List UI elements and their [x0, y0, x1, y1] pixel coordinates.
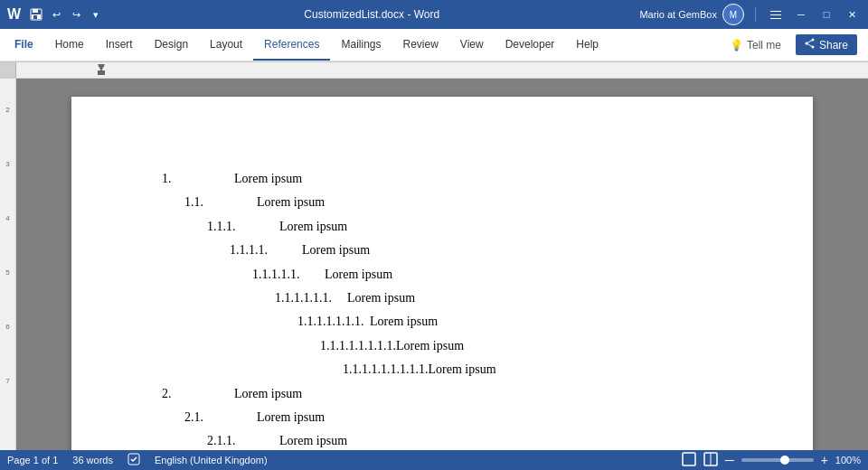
- review-tab-label: Review: [402, 38, 438, 51]
- tab-help[interactable]: Help: [565, 29, 609, 61]
- list-item-label: 1.1.: [184, 193, 257, 212]
- list-item: 1.1.1.1.1.Lorem ipsum: [252, 265, 722, 285]
- document-title: CustomizedList.docx - Word: [104, 8, 639, 21]
- tab-home[interactable]: Home: [44, 29, 95, 61]
- list-item: 1.1.1.1.1.1.Lorem ipsum: [275, 288, 722, 308]
- svg-rect-1: [33, 9, 38, 13]
- title-bar: W ↩ ↪ ▾ CustomizedList.docx - Word Mario…: [0, 0, 868, 29]
- ruler-body: [16, 62, 868, 78]
- vruler-4: 5: [5, 245, 9, 299]
- word-count: 36 words: [72, 455, 113, 465]
- ribbon: File Home Insert Design Layout Reference…: [0, 29, 868, 62]
- zoom-in-btn[interactable]: +: [821, 453, 828, 467]
- document-area: 1.Lorem ipsum1.1.Lorem ipsum1.1.1.Lorem …: [16, 79, 868, 450]
- main-area: 2 3 4 5 6 7 1.Lorem ipsum1.1.Lorem ipsum…: [0, 79, 868, 450]
- view-normal-icon[interactable]: [682, 452, 696, 468]
- window-controls: Mario at GemBox M ─ □ ✕: [639, 4, 861, 25]
- undo-btn[interactable]: ↩: [48, 6, 64, 23]
- track-changes-icon: [127, 453, 140, 467]
- save-quick-btn[interactable]: [28, 6, 44, 23]
- left-margin-marker[interactable]: [98, 70, 105, 75]
- ribbon-tab-bar: File Home Insert Design Layout Reference…: [0, 29, 868, 61]
- list-item-text: Lorem ipsum: [257, 193, 325, 212]
- ribbon-display-btn[interactable]: [767, 5, 785, 24]
- list-item: 1.1.1.Lorem ipsum: [207, 217, 722, 237]
- list-item-label: 1.1.1.: [207, 217, 279, 237]
- list-item: 1.1.1.1.1.1.1.1.Lorem ipsum: [320, 336, 722, 356]
- share-label: Share: [819, 39, 848, 52]
- list-item: 1.Lorem ipsum: [162, 169, 722, 189]
- svg-rect-6: [770, 18, 781, 19]
- list-item-text: Lorem ipsum: [234, 384, 302, 404]
- ruler-corner: [0, 62, 16, 78]
- tab-references[interactable]: References: [253, 29, 330, 61]
- home-tab-label: Home: [55, 38, 84, 51]
- document-page[interactable]: 1.Lorem ipsum1.1.Lorem ipsum1.1.1.Lorem …: [71, 97, 813, 450]
- tab-review[interactable]: Review: [392, 29, 448, 61]
- list-item-text: Lorem ipsum: [234, 169, 302, 189]
- list-item-label: 1.1.1.1.1.1.: [275, 288, 347, 308]
- help-area: 💡 Tell me Share: [722, 34, 864, 55]
- list-item-label: 2.1.: [184, 408, 257, 428]
- svg-rect-13: [683, 453, 695, 465]
- zoom-slider[interactable]: [741, 458, 814, 462]
- vruler-2: 3: [5, 136, 9, 191]
- layout-tab-label: Layout: [210, 38, 242, 51]
- list-item-label: 1.1.1.1.: [230, 240, 302, 260]
- tab-developer[interactable]: Developer: [495, 29, 566, 61]
- list-item-text: Lorem ipsum: [325, 265, 392, 285]
- view-tab-label: View: [460, 38, 484, 51]
- horizontal-ruler: [0, 62, 868, 79]
- list-item: 2.1.1.Lorem ipsum: [207, 431, 722, 450]
- list-item-text: Lorem ipsum: [257, 408, 325, 428]
- share-icon: [805, 38, 816, 52]
- maximize-btn[interactable]: □: [817, 5, 835, 24]
- tab-design[interactable]: Design: [144, 29, 199, 61]
- svg-rect-3: [33, 15, 37, 19]
- list-item: 2.Lorem ipsum: [162, 384, 722, 404]
- vruler-5: 6: [5, 299, 9, 353]
- tab-file[interactable]: File: [4, 29, 44, 61]
- customize-quick-access-btn[interactable]: ▾: [88, 6, 104, 23]
- tab-view[interactable]: View: [449, 29, 495, 61]
- vruler-6: 7: [5, 353, 9, 408]
- numbered-list: 1.Lorem ipsum1.1.Lorem ipsum1.1.1.Lorem …: [162, 169, 722, 450]
- minimize-btn[interactable]: ─: [792, 5, 810, 24]
- redo-btn[interactable]: ↪: [68, 6, 84, 23]
- design-tab-label: Design: [155, 38, 188, 51]
- share-btn[interactable]: Share: [796, 34, 857, 55]
- list-item-label: 1.1.1.1.1.1.1.1.1.: [343, 360, 429, 380]
- list-item: 2.1.Lorem ipsum: [184, 408, 722, 428]
- list-item-label: 2.1.1.: [207, 431, 279, 450]
- status-bar: Page 1 of 1 36 words English (United Kin…: [0, 450, 868, 470]
- vruler-1: 2: [5, 82, 9, 136]
- list-item-label: 1.1.1.1.1.1.1.1.: [320, 336, 396, 356]
- tell-me-btn[interactable]: 💡 Tell me: [722, 35, 788, 55]
- list-item: 1.1.Lorem ipsum: [184, 193, 722, 212]
- view-web-icon[interactable]: [703, 452, 718, 468]
- tab-mailings[interactable]: Mailings: [330, 29, 392, 61]
- list-item-text: Lorem ipsum: [370, 312, 438, 332]
- close-btn[interactable]: ✕: [843, 5, 861, 24]
- list-item-label: 1.1.1.1.1.1.1.: [297, 312, 370, 332]
- list-item-label: 1.1.1.1.1.: [252, 265, 325, 285]
- quick-access-toolbar: W ↩ ↪ ▾: [7, 6, 104, 23]
- help-tab-label: Help: [576, 38, 599, 51]
- mailings-tab-label: Mailings: [341, 38, 381, 51]
- list-item-text: Lorem ipsum: [347, 288, 415, 308]
- lightbulb-icon: 💡: [730, 39, 743, 52]
- avatar: M: [722, 4, 744, 25]
- list-item-text: Lorem ipsum: [396, 336, 464, 356]
- zoom-thumb: [780, 456, 789, 465]
- list-item-text: Lorem ipsum: [279, 217, 347, 237]
- tab-insert[interactable]: Insert: [95, 29, 144, 61]
- svg-rect-5: [770, 14, 781, 15]
- list-item: 1.1.1.1.1.1.1.1.1.Lorem ipsum: [343, 360, 722, 380]
- zoom-level: 100%: [835, 455, 861, 465]
- tab-layout[interactable]: Layout: [199, 29, 253, 61]
- file-tab-label: File: [14, 38, 33, 51]
- page-info: Page 1 of 1: [7, 455, 58, 465]
- vertical-ruler: 2 3 4 5 6 7: [0, 79, 16, 450]
- zoom-out-btn[interactable]: ─: [725, 453, 734, 467]
- list-item-text: Lorem ipsum: [429, 360, 496, 380]
